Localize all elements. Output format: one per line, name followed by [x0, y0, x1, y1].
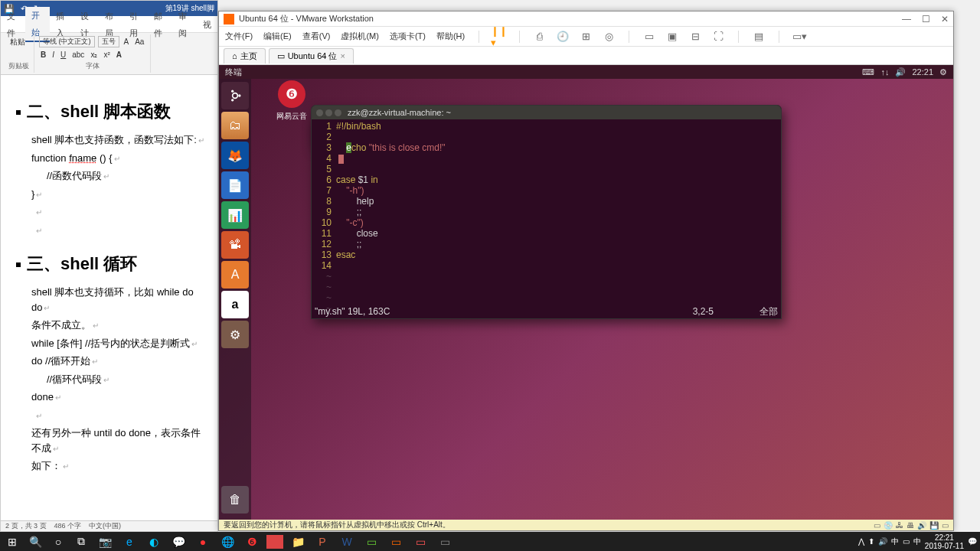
italic-button[interactable]: I: [51, 50, 56, 60]
device-icon[interactable]: 🔊: [917, 521, 926, 530]
thumbnail-icon[interactable]: ⊟: [689, 31, 701, 43]
minimize-icon[interactable]: ―: [902, 14, 911, 24]
library-icon[interactable]: ▤: [753, 31, 765, 43]
device-icon[interactable]: 🖶: [906, 521, 914, 530]
taskbar-netease[interactable]: ❻: [242, 533, 262, 550]
ubuntu-topbar[interactable]: 终端 ⌨ ↑↓ 🔊 22:21 ⚙: [219, 65, 953, 79]
device-icon[interactable]: 💾: [929, 521, 939, 530]
tab-review[interactable]: 审阅: [172, 8, 197, 41]
firefox-icon[interactable]: 🦊: [221, 142, 249, 169]
device-icon[interactable]: 🖧: [896, 521, 903, 530]
taskbar-word[interactable]: W: [337, 533, 357, 550]
tray-icon[interactable]: ▭: [903, 537, 910, 546]
pause-icon[interactable]: ❙❙ ▾: [493, 31, 505, 43]
taskbar-ppt[interactable]: P: [312, 533, 332, 550]
stretch-icon[interactable]: ⛶: [712, 31, 724, 43]
taskbar-edge[interactable]: e: [119, 533, 139, 550]
snapshot-icon[interactable]: ⎙: [534, 31, 546, 43]
terminal-body[interactable]: 1#!/bin/bash 2 3 echo "this is close cmd…: [312, 119, 781, 318]
strike-button[interactable]: abc: [70, 50, 86, 60]
amazon-icon[interactable]: a: [221, 291, 249, 318]
software-icon[interactable]: A: [221, 261, 249, 289]
snapshot-manage-icon[interactable]: ⊞: [580, 31, 592, 43]
taskbar-wechat[interactable]: 💬: [168, 533, 188, 550]
taskbar-app[interactable]: 🌐: [217, 533, 237, 550]
trash-icon[interactable]: 🗑: [221, 486, 249, 514]
paste-button[interactable]: 粘贴: [8, 36, 27, 48]
taskview-icon[interactable]: ⧉: [72, 533, 90, 550]
menu-view[interactable]: 查看(V): [302, 31, 331, 42]
taskbar-app[interactable]: ▭: [410, 533, 430, 550]
dash-icon[interactable]: [221, 82, 249, 109]
tab-mailings[interactable]: 邮件: [148, 8, 172, 41]
start-button[interactable]: ⊞: [3, 533, 21, 550]
tab-view[interactable]: 视: [197, 16, 217, 33]
change-case-icon[interactable]: Aa: [133, 37, 145, 47]
terminal-window[interactable]: zzk@zzk-virtual-machine: ~ 1#!/bin/bash …: [311, 105, 782, 319]
ubuntu-desktop[interactable]: 终端 ⌨ ↑↓ 🔊 22:21 ⚙ 🗂 🦊 📄 📊 📽 A a ⚙: [219, 65, 953, 520]
bold-button[interactable]: B: [39, 50, 47, 60]
tab-close-icon[interactable]: ×: [340, 51, 345, 60]
window-max-icon[interactable]: [335, 109, 341, 116]
taskbar-app[interactable]: ▭: [361, 533, 381, 550]
search-icon[interactable]: 🔍: [26, 533, 44, 550]
writer-icon[interactable]: 📄: [221, 171, 249, 199]
vm-guest-display[interactable]: 终端 ⌨ ↑↓ 🔊 22:21 ⚙ 🗂 🦊 📄 📊 📽 A a ⚙: [219, 65, 953, 520]
snapshot-take-icon[interactable]: ◎: [603, 31, 615, 43]
menu-help[interactable]: 帮助(H): [436, 31, 465, 42]
tab-ubuntu[interactable]: ▭Ubuntu 64 位×: [269, 48, 354, 64]
snapshot-revert-icon[interactable]: 🕘: [557, 31, 569, 43]
taskbar-camera[interactable]: 📷: [95, 533, 115, 550]
font-size-select[interactable]: 五号: [98, 36, 119, 47]
network-icon[interactable]: ↑↓: [880, 67, 889, 77]
taskbar-app[interactable]: ●: [193, 533, 213, 550]
taskbar-clock[interactable]: 22:21 2019-07-11: [925, 533, 964, 550]
menu-file[interactable]: 文件(F): [225, 31, 253, 42]
grow-font-icon[interactable]: A: [122, 37, 131, 47]
tab-home[interactable]: ⌂主页: [224, 48, 266, 64]
subscript-button[interactable]: x₂: [89, 50, 99, 60]
tray-icon[interactable]: ⬆: [868, 537, 874, 546]
unity-icon[interactable]: ▣: [666, 31, 678, 43]
device-icon[interactable]: 💿: [884, 521, 893, 530]
font-color-button[interactable]: A: [115, 50, 123, 60]
tray-chevron-icon[interactable]: ⋀: [858, 537, 864, 546]
cortana-icon[interactable]: ○: [49, 533, 67, 550]
sound-icon[interactable]: 🔊: [895, 67, 906, 77]
menu-edit[interactable]: 编辑(E): [263, 31, 292, 42]
netease-music-icon: ❻: [278, 80, 305, 108]
tray-ime[interactable]: 中: [891, 536, 899, 547]
font-select[interactable]: 等线 (中文正文): [39, 36, 95, 47]
tray-icon[interactable]: 🔊: [878, 537, 887, 546]
taskbar-app[interactable]: ▭: [435, 533, 455, 550]
desktop-shortcut[interactable]: ❻ 网易云音: [276, 80, 307, 122]
settings-icon[interactable]: ⚙: [221, 321, 249, 348]
maximize-icon[interactable]: ☐: [922, 14, 930, 24]
taskbar-vmware[interactable]: ▭: [386, 533, 406, 550]
underline-button[interactable]: U: [59, 50, 67, 60]
close-icon[interactable]: ✕: [941, 14, 949, 24]
gear-icon[interactable]: ⚙: [939, 67, 947, 77]
clock[interactable]: 22:21: [912, 67, 933, 77]
files-icon[interactable]: 🗂: [221, 112, 249, 139]
terminal-titlebar[interactable]: zzk@zzk-virtual-machine: ~: [312, 106, 781, 119]
dropdown-icon[interactable]: ▭▾: [793, 31, 805, 43]
menu-vm[interactable]: 虚拟机(M): [341, 31, 379, 42]
window-min-icon[interactable]: [325, 109, 332, 116]
tray-ime[interactable]: 中: [913, 536, 921, 547]
notifications-icon[interactable]: 💬: [968, 537, 977, 546]
impress-icon[interactable]: 📽: [221, 231, 249, 259]
fullscreen-icon[interactable]: ▭: [643, 31, 655, 43]
device-icon[interactable]: ▭: [942, 521, 949, 530]
taskbar-app[interactable]: [266, 535, 283, 549]
taskbar-explorer[interactable]: 📁: [288, 533, 308, 550]
keyboard-icon[interactable]: ⌨: [862, 67, 874, 77]
menu-tabs[interactable]: 选项卡(T): [390, 31, 426, 42]
word-document[interactable]: 二、shell 脚本函数 shell 脚本也支持函数，函数写法如下: funct…: [1, 85, 217, 520]
taskbar-app[interactable]: ◐: [144, 533, 164, 550]
vmware-titlebar[interactable]: Ubuntu 64 位 - VMware Workstation ― ☐ ✕: [219, 11, 953, 27]
device-icon[interactable]: ▭: [874, 521, 880, 530]
window-close-icon[interactable]: [316, 109, 323, 116]
superscript-button[interactable]: x²: [102, 50, 111, 60]
calc-icon[interactable]: 📊: [221, 201, 249, 229]
